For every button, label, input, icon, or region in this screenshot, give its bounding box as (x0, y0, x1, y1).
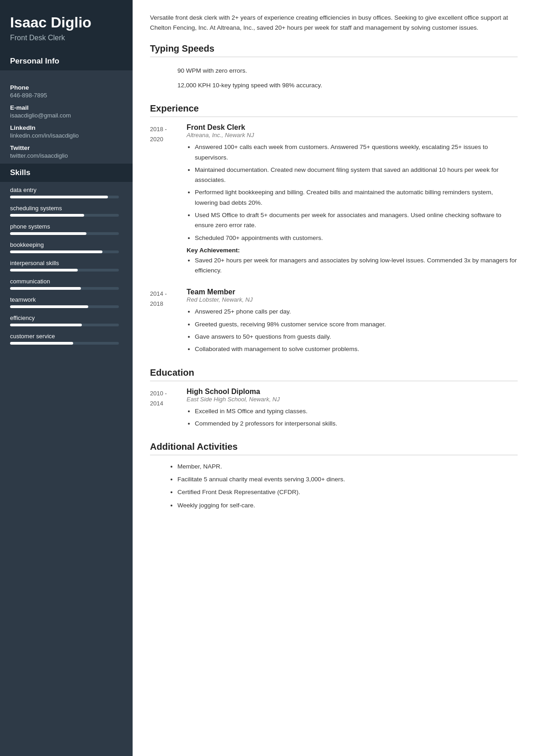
twitter-label: Twitter (10, 144, 123, 151)
skill-bar-bg (10, 196, 119, 198)
email-label: E-mail (10, 104, 123, 111)
phone-value: 646-898-7895 (10, 92, 123, 99)
skill-label: communication (10, 278, 123, 285)
activity-item: Member, NAPR. (177, 462, 518, 472)
typing-item: 90 WPM with zero errors. (150, 64, 518, 78)
skill-label: efficiency (10, 314, 123, 321)
experience-entries: 2018 -2020 Front Desk Clerk Altreana, In… (150, 123, 518, 357)
activity-item: Facilitate 5 annual charity meal events … (177, 474, 518, 484)
exp-content: Front Desk Clerk Altreana, Inc., Newark … (187, 123, 518, 278)
skill-label: customer service (10, 333, 123, 340)
personal-info-section: Phone 646-898-7895 E-mail isaacdiglio@gm… (0, 70, 133, 164)
exp-bullet: Answered 25+ phone calls per day. (195, 307, 518, 317)
skill-bar-fill (10, 250, 102, 253)
skill-bar-bg (10, 324, 119, 326)
skills-heading: Skills (0, 164, 133, 182)
typing-items: 90 WPM with zero errors.12,000 KPH 10-ke… (150, 64, 518, 92)
skill-item: customer service (10, 333, 123, 345)
skill-bar-bg (10, 342, 119, 345)
skill-item: interpersonal skills (10, 260, 123, 272)
exp-bullet: Answered 100+ calls each week from custo… (195, 142, 518, 163)
phone-label: Phone (10, 84, 123, 91)
edu-school: East Side High School, Newark, NJ (187, 396, 518, 403)
skill-bar-bg (10, 287, 119, 290)
exp-bullet: Scheduled 700+ appointments with custome… (195, 233, 518, 243)
exp-content: Team Member Red Lobster, Newark, NJ Answ… (187, 288, 518, 357)
education-entry: 2010 -2014 High School Diploma East Side… (150, 388, 518, 431)
skill-label: interpersonal skills (10, 260, 123, 266)
exp-bullet: Used MS Office to draft 5+ documents per… (195, 210, 518, 231)
exp-bullets: Answered 100+ calls each week from custo… (187, 142, 518, 243)
exp-company: Altreana, Inc., Newark NJ (187, 132, 518, 138)
key-achievement-bullet: Saved 20+ hours per week for managers an… (195, 256, 518, 276)
main-content: Versatile front desk clerk with 2+ years… (133, 0, 535, 756)
skill-item: efficiency (10, 314, 123, 326)
edu-bullets: Excelled in MS Office and typing classes… (187, 406, 518, 429)
edu-dates: 2010 -2014 (150, 388, 187, 431)
exp-job-title: Team Member (187, 288, 518, 296)
skill-item: phone systems (10, 223, 123, 235)
experience-entry: 2014 -2018 Team Member Red Lobster, Newa… (150, 288, 518, 357)
experience-entry: 2018 -2020 Front Desk Clerk Altreana, In… (150, 123, 518, 278)
exp-bullet: Gave answers to 50+ questions from guest… (195, 332, 518, 342)
exp-bullet: Greeted guests, receiving 98% customer s… (195, 319, 518, 330)
summary-text: Versatile front desk clerk with 2+ years… (150, 13, 518, 32)
skill-bar-fill (10, 269, 78, 272)
twitter-value: twitter.com/isaacdiglio (10, 152, 123, 159)
activity-item: Certified Front Desk Representative (CFD… (177, 487, 518, 497)
sidebar: Isaac Diglio Front Desk Clerk Personal I… (0, 0, 133, 756)
typing-speeds-heading: Typing Speeds (150, 43, 518, 57)
exp-bullet: Collaborated with management to solve cu… (195, 344, 518, 354)
exp-dates: 2014 -2018 (150, 288, 187, 357)
exp-bullet: Maintained documentation. Created new do… (195, 165, 518, 186)
skill-item: scheduling systems (10, 205, 123, 217)
skill-label: phone systems (10, 223, 123, 230)
edu-bullet: Commended by 2 professors for interperso… (195, 419, 518, 429)
candidate-name: Isaac Diglio (10, 14, 123, 31)
edu-degree: High School Diploma (187, 388, 518, 396)
personal-info-heading: Personal Info (0, 52, 133, 70)
exp-job-title: Front Desk Clerk (187, 123, 518, 132)
skill-label: scheduling systems (10, 205, 123, 212)
skill-bar-bg (10, 232, 119, 235)
skill-bar-fill (10, 305, 88, 308)
skill-bar-bg (10, 305, 119, 308)
exp-company: Red Lobster, Newark, NJ (187, 296, 518, 303)
key-achievement-label: Key Achievement: (187, 247, 518, 254)
skill-bar-bg (10, 214, 119, 217)
skill-bar-fill (10, 287, 81, 290)
activities-heading: Additional Activities (150, 442, 518, 455)
linkedin-label: LinkedIn (10, 124, 123, 131)
linkedin-value: linkedin.com/in/isaacdiglio (10, 132, 123, 139)
experience-heading: Experience (150, 103, 518, 117)
skill-bar-fill (10, 342, 73, 345)
skill-bar-fill (10, 196, 108, 198)
skill-bar-fill (10, 214, 84, 217)
skill-bar-fill (10, 324, 82, 326)
candidate-title: Front Desk Clerk (10, 34, 123, 42)
exp-dates: 2018 -2020 (150, 123, 187, 278)
skill-item: teamwork (10, 296, 123, 308)
sidebar-header: Isaac Diglio Front Desk Clerk (0, 0, 133, 52)
activities-list: Member, NAPR.Facilitate 5 annual charity… (150, 462, 518, 511)
key-achievement-bullets: Saved 20+ hours per week for managers an… (187, 256, 518, 276)
exp-bullet: Performed light bookkeeping and billing.… (195, 187, 518, 208)
skills-section: data entry scheduling systems phone syst… (0, 182, 133, 360)
skill-bar-bg (10, 250, 119, 253)
resume-container: Isaac Diglio Front Desk Clerk Personal I… (0, 0, 535, 756)
skill-item: data entry (10, 186, 123, 198)
typing-item: 12,000 KPH 10-key typing speed with 98% … (150, 78, 518, 93)
education-heading: Education (150, 367, 518, 381)
education-entries: 2010 -2014 High School Diploma East Side… (150, 388, 518, 431)
email-value: isaacdiglio@gmail.com (10, 112, 123, 119)
skill-item: bookkeeping (10, 241, 123, 253)
edu-content: High School Diploma East Side High Schoo… (187, 388, 518, 431)
exp-bullets: Answered 25+ phone calls per day.Greeted… (187, 307, 518, 354)
skill-label: bookkeeping (10, 241, 123, 248)
skill-item: communication (10, 278, 123, 290)
skill-label: data entry (10, 186, 123, 193)
skill-bar-fill (10, 232, 86, 235)
skill-label: teamwork (10, 296, 123, 303)
skill-bar-bg (10, 269, 119, 272)
activity-item: Weekly jogging for self-care. (177, 500, 518, 511)
